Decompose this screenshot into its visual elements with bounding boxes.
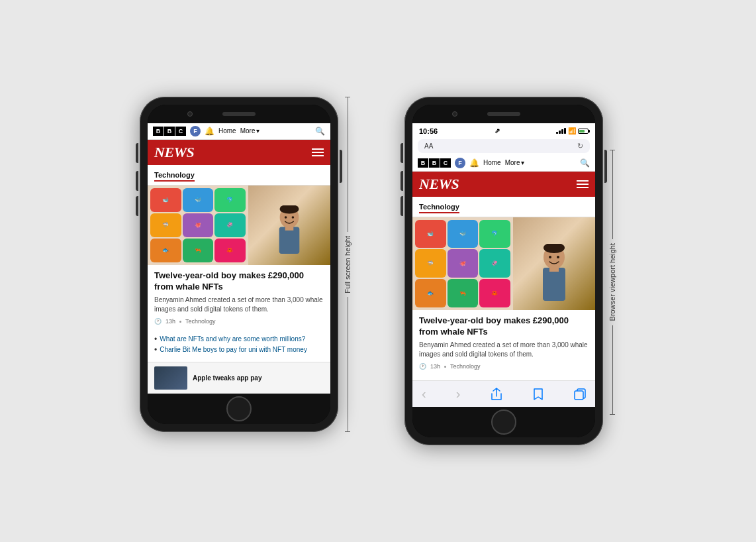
meta-separator-2 [444,366,446,368]
bookmarks-btn[interactable] [532,388,544,401]
nav-home-2[interactable]: Home [483,159,501,166]
related-link-2: Charlie Bit Me boys to pay for uni with … [160,346,307,353]
phone2-group: 10:56 ⇗ 📶 [404,97,616,446]
vline-1b [348,297,348,431]
phone1-speaker [222,112,256,116]
hamburger-line1-2 [577,180,589,182]
phone2-inner: 10:56 ⇗ 📶 [412,105,595,438]
svg-rect-7 [543,268,565,301]
nav-more-arrow: ▾ [256,127,260,135]
bbc-b1-2: B [418,158,428,168]
phone1-article-content: Twelve-year-old boy makes £290,000 from … [148,265,330,336]
phone1-bbc-nav: B B C F 🔔 Home More ▾ 🔍 [148,123,330,140]
tick-bot-1 [345,431,350,432]
nav-more-btn[interactable]: More ▾ [240,127,260,135]
article-desc-2: Benyamin Ahmed created a set of more tha… [419,341,589,359]
nav-more-label-2: More [505,159,520,166]
search-icon-2[interactable]: 🔍 [580,158,590,168]
nav-more-label: More [240,127,256,135]
related-link-1: What are NFTs and why are some worth mil… [160,335,305,343]
signal-bar-1 [556,132,558,134]
f-badge[interactable]: F [190,126,201,136]
signal-bars [556,128,566,134]
article-category-meta: Technology [185,318,216,325]
battery-fill [579,130,585,133]
phone1-category-tab: Technology [148,165,330,186]
signal-bar-3 [561,129,563,134]
phone2-status-bar: 10:56 ⇗ 📶 [412,123,595,137]
phone1-bottom [148,394,330,424]
phone2-screen: 10:56 ⇗ 📶 [412,123,595,407]
svg-rect-8 [549,266,559,272]
phone1-camera [187,111,193,117]
phone2-news-header: NEWS [412,172,595,197]
meta-separator [179,321,181,323]
bbc-b3-2: C [440,158,451,168]
nft-image-2: 🐋🐳🐬🦈🐙🦑🐟🦐🦀 [412,217,595,310]
article-time: 13h [165,318,175,325]
phone1-inner: B B C F 🔔 Home More ▾ 🔍 [148,105,330,425]
vline-2a [612,150,613,240]
bell-icon[interactable]: 🔔 [205,127,214,136]
phone1-home-button[interactable] [226,396,252,421]
status-time: 10:56 [419,127,438,135]
clock-icon-2: 🕐 [419,363,426,370]
article-headline-2[interactable]: Twelve-year-old boy makes £290,000 from … [419,315,589,338]
phone2: 10:56 ⇗ 📶 [404,97,603,446]
location-arrow: ⇗ [495,127,500,135]
phone1-top-bar [148,105,330,123]
tabs-btn[interactable] [574,388,586,400]
phone1-news-header: NEWS [148,140,330,165]
phone2-speaker [487,112,520,116]
nft-grid: 🐋🐳🐬🦈🐙🦑🐟🦐🦀 [148,186,248,265]
category-label[interactable]: Technology [154,171,195,182]
hamburger-line2 [312,152,324,153]
related-item-2[interactable]: • Charlie Bit Me boys to pay for uni wit… [154,346,324,354]
main-scene: B B C F 🔔 Home More ▾ 🔍 [100,70,656,472]
viewport-label: Browser viewport height [608,239,616,325]
nav-home[interactable]: Home [218,127,236,135]
phone1-related-links: • What are NFTs and why are some worth m… [148,335,330,362]
back-btn[interactable]: ‹ [422,386,426,402]
svg-point-10 [549,256,551,258]
fullscreen-label: Full screen height [344,232,352,298]
forward-btn[interactable]: › [456,386,461,402]
related-item-1[interactable]: • What are NFTs and why are some worth m… [154,335,324,343]
category-label-2[interactable]: Technology [419,203,459,213]
aa-text: AA [424,142,433,150]
nav-more-arrow-2: ▾ [521,159,524,166]
safari-toolbar: ‹ › [412,380,595,407]
hamburger-line1 [312,148,324,150]
reload-icon[interactable]: ↻ [577,142,583,150]
vline-2b [612,325,613,415]
tick-bot-2 [610,414,615,415]
bbc-b3: C [175,127,186,136]
phone2-top-bar [412,105,595,123]
phone2-annotation: Browser viewport height [608,97,616,446]
phone1-annotation: Full screen height [344,97,352,433]
wifi-icon: 📶 [568,127,576,135]
bell-icon-2[interactable]: 🔔 [469,158,479,168]
hamburger-menu[interactable] [312,148,324,156]
phone1-bottom-teaser: Apple tweaks app pay [148,362,330,394]
nft-grid-2: 🐋🐳🐬🦈🐙🦑🐟🦐🦀 [412,217,513,310]
nav-more-btn-2[interactable]: More ▾ [505,159,525,166]
signal-bar-4 [564,128,566,134]
article-meta-2: 🕐 13h Technology [419,363,589,370]
phone1-screen: B B C F 🔔 Home More ▾ 🔍 [148,123,330,394]
nft-image: 🐋🐳🐬🦈🐙🦑🐟🦐🦀 [148,186,330,265]
hamburger-line3-2 [577,187,589,188]
f-badge-2[interactable]: F [455,158,465,168]
hamburger-menu-2[interactable] [577,180,589,188]
share-btn[interactable] [491,388,502,401]
bbc-b2: B [164,127,175,136]
article-headline[interactable]: Twelve-year-old boy makes £290,000 from … [154,270,324,293]
address-bar[interactable]: AA ↻ [418,139,590,153]
article-category-meta-2: Technology [450,363,481,370]
phone1-article-image: 🐋🐳🐬🦈🐙🦑🐟🦐🦀 [148,186,330,265]
phone2-home-button[interactable] [491,409,516,435]
search-icon[interactable]: 🔍 [315,127,325,136]
vline-1 [348,97,348,232]
teaser-thumb [154,366,187,390]
svg-rect-1 [279,227,300,254]
